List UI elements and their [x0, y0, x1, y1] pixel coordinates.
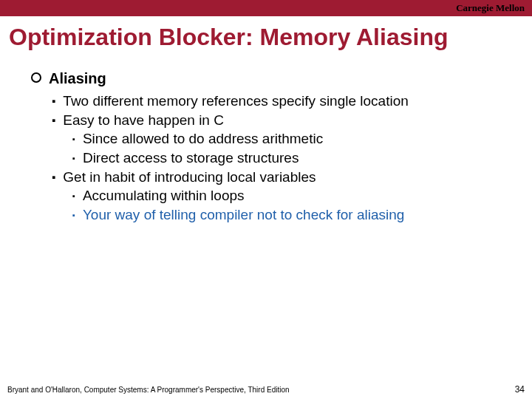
bullet-direct-access: Direct access to storage structures	[72, 149, 510, 168]
brand-label: Carnegie Mellon	[456, 2, 525, 14]
bullet-compiler-aliasing: Your way of telling compiler not to chec…	[72, 205, 510, 225]
heading-aliasing: Aliasing	[31, 69, 510, 89]
page-number: 34	[515, 384, 525, 395]
bullet-address-arithmetic: Since allowed to do address arithmetic	[72, 129, 510, 149]
slide-title: Optimization Blocker: Memory Aliasing	[0, 16, 532, 55]
bullet-two-refs: Two different memory references specify …	[52, 92, 510, 111]
bullet-local-vars: Get in habit of introducing local variab…	[52, 168, 510, 187]
slide: Carnegie Mellon Optimization Blocker: Me…	[0, 0, 532, 399]
footer-text: Bryant and O'Hallaron, Computer Systems:…	[7, 386, 290, 394]
bullet-accumulating: Accumulating within loops	[72, 186, 510, 205]
bullet-easy-in-c: Easy to have happen in C	[52, 111, 510, 130]
content-area: Aliasing Two different memory references…	[0, 55, 532, 224]
top-bar	[0, 0, 532, 16]
footer: Bryant and O'Hallaron, Computer Systems:…	[7, 384, 525, 395]
